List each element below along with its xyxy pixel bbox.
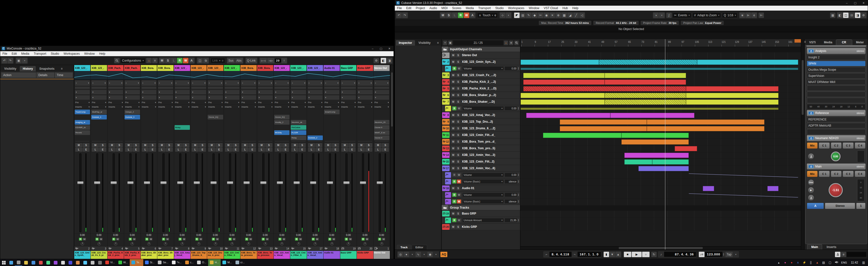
pan-control[interactable] [74,242,91,246]
power-icon[interactable] [808,136,814,140]
routing-selector[interactable]: ≡▾ [208,80,223,86]
menu-item-vst-cloud[interactable]: VST Cloud [541,6,560,10]
write-automation-button[interactable]: W [266,238,269,241]
record-mode-icon[interactable]: ● [404,252,409,257]
stereo-output-button[interactable]: Stereo [825,203,855,209]
track-lane[interactable] [521,86,801,92]
pan-knob[interactable] [380,242,383,245]
display-icon[interactable]: ▢ [827,261,833,264]
insert-slot[interactable] [208,120,223,125]
analysis-plugin-empty[interactable] [807,92,866,97]
channel-number-row[interactable]: 9 [191,246,207,251]
insert-slot[interactable] [108,130,123,135]
fader-value[interactable]: 0.00 [207,233,223,238]
rack-divider[interactable] [375,141,389,143]
rack-divider[interactable] [192,141,206,143]
object-selection-tool-icon[interactable]: ◤ [514,12,520,18]
channel-name[interactable]: X3B_Pacha_Kick_2_proc [124,251,140,259]
pan-control[interactable] [124,242,140,246]
menu-item-workspaces[interactable]: Workspaces [506,6,526,10]
pan-control[interactable] [191,242,207,246]
right-locator-flag[interactable] [795,39,801,43]
eq-curve-band[interactable] [74,71,91,80]
insert-slot[interactable] [258,115,273,120]
rack-selector[interactable]: ▾ [208,95,223,100]
maximize-icon[interactable]: ▢ [851,0,859,6]
power-icon[interactable] [808,165,814,168]
rack-selector[interactable]: ▾ [308,95,323,100]
insert-slot[interactable] [158,125,173,130]
read-automation-button[interactable]: R [261,238,265,241]
rack-selector[interactable]: ▾ [241,95,256,100]
input-gain-strip[interactable] [125,87,140,89]
inserts-rack-label[interactable]: Inserts▾ [374,105,390,109]
write-automation-button[interactable]: W [457,106,461,110]
channel-fader[interactable] [374,152,390,233]
insert-slot[interactable] [191,130,207,135]
track-color-box[interactable]: 7 [442,99,450,105]
track-lane[interactable] [521,92,801,99]
track-row[interactable]: 10MSX3B_123_Drums_6_...2) [442,125,520,132]
pre-rack-label[interactable]: Pre▾ [307,100,323,105]
cycle-button[interactable]: ↻ [651,252,657,257]
insert-slot[interactable] [75,115,90,120]
audio-event[interactable] [621,133,689,138]
pan-control[interactable] [107,242,124,246]
left-zone-menu-icon[interactable]: ≡ [58,66,66,71]
project-titlebar[interactable]: C Cubase Version 13.0.30 Project - crazi… [395,0,868,6]
undo-icon[interactable]: ↶ [396,12,402,18]
automation-row[interactable]: RWVolume▾0.00▲▼ [442,65,520,72]
channel-l-button[interactable]: L [358,147,365,152]
volume-icon[interactable] [834,261,839,264]
automation-l-button[interactable]: L [171,58,177,63]
history-column-details[interactable]: Details [36,72,55,78]
rack-divider[interactable] [325,141,338,143]
insert-slot[interactable] [258,110,273,114]
channel-fader[interactable] [290,152,307,233]
channel-name[interactable]: X3B_123_Amin_Vocal_ [274,251,290,259]
insert-plugin-chip[interactable]: Relay [175,125,190,130]
channel-fader[interactable] [107,152,124,233]
track-color-box[interactable]: 13 [442,145,450,151]
fader-cap[interactable] [376,181,383,184]
solo-button[interactable]: S [456,113,460,117]
automation-lane[interactable] [521,66,801,72]
left-locator-icon[interactable]: ⌐ [544,252,549,257]
channel-m-button[interactable]: M [192,143,199,147]
insert-plugin-chip[interactable]: SmartComp [324,110,339,114]
fader-cap[interactable] [193,181,200,184]
menu-item-media[interactable]: Media [464,6,476,10]
cr-section-header-neumann-ndh20[interactable]: Neumann NDH20stereo [807,135,866,141]
insert-slot[interactable] [141,135,157,140]
suspend-link-button[interactable]: Sus [227,58,235,63]
track-row[interactable]: 11MSX3B_123_Cmin_Filt...d_ [442,132,520,138]
insert-slot[interactable] [141,115,157,120]
channel-number-row[interactable]: 5 [124,246,140,251]
close-icon[interactable]: ✕ [859,0,868,6]
channel-e-button[interactable]: E [216,147,223,152]
channel-l-button[interactable]: L [375,147,382,152]
write-automation-button[interactable]: W [199,238,203,241]
insert-slot[interactable] [224,135,240,140]
mute-button[interactable]: M [451,166,456,170]
track-preset-icon[interactable]: ▣ [448,41,452,45]
channel-e-button[interactable]: E [132,147,140,152]
fader-value[interactable]: 0.00 [74,233,91,238]
track-name[interactable]: X3B_123_Cmin_Filt...d_ [462,133,495,137]
insert-slot[interactable] [308,110,323,114]
audio-event[interactable] [604,73,686,78]
insert-slot[interactable] [241,135,256,140]
value-spinner-icon[interactable]: ▲▼ [518,173,519,176]
main-c2[interactable]: C 2 [831,171,842,177]
insert-slot[interactable] [224,110,240,114]
read-automation-button[interactable]: R [179,238,182,241]
rack-selector[interactable]: ▾ [258,90,273,95]
rack-selector[interactable]: ▾ [374,95,390,100]
taskbar-app-icon[interactable] [89,259,96,266]
track-row[interactable]: 17MSX3B_123_Amin_Voc...6) [442,165,520,172]
channel-fader[interactable] [191,152,207,233]
right-zone-tab-media[interactable]: Media [820,40,836,45]
rack-selector[interactable]: ▾ [108,90,123,95]
menu-item-scores[interactable]: Scores [450,6,463,10]
mute-button[interactable]: M [451,87,456,90]
